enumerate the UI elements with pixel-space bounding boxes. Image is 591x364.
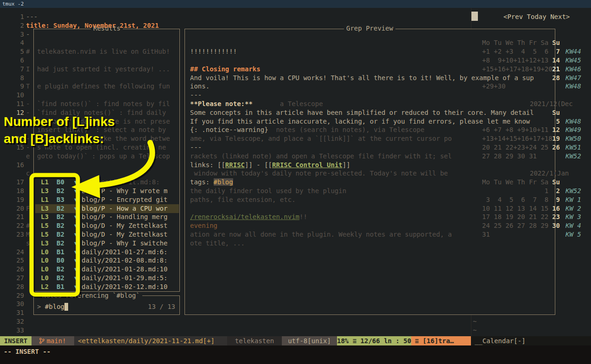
calendar-week-days[interactable]: 10 11 12 13 14 15 bbox=[482, 204, 548, 213]
prompt-window-title: Notes referencing `#blog` bbox=[40, 292, 142, 300]
calendar-week-days[interactable]: +6 +7 +8 +9+10+11 bbox=[482, 126, 548, 134]
down-arrow-icon: ▼ bbox=[74, 274, 77, 282]
calendar-statusline: __Calendar[-] bbox=[471, 336, 591, 345]
calendar-week-days[interactable]: +1 +2 +3 4 5 6 bbox=[482, 47, 548, 56]
backlinks-count-badge: B2 bbox=[57, 204, 64, 213]
preview-line: ## Closing remarks bbox=[190, 65, 261, 74]
result-row[interactable]: L3B2▼blog/P - Why I switche bbox=[35, 239, 179, 248]
result-row[interactable]: L0B1▼daily/2021-01-27.md:6: bbox=[35, 248, 179, 257]
calendar-sunday[interactable]: 16 bbox=[551, 204, 560, 213]
calendar-week-number: KW51 bbox=[566, 143, 581, 152]
preview-line: links: [[RRISC]] - [[RRISC Control Unit]… bbox=[190, 161, 350, 169]
result-row[interactable]: L3B2▼blog/P - Handling merg bbox=[35, 213, 179, 221]
buffer-fragment: - bbox=[26, 100, 30, 108]
calendar-week-days[interactable]: 24 25 26 27 28 29 bbox=[482, 221, 548, 230]
line-number: 28 bbox=[0, 282, 24, 291]
calendar-week-days[interactable]: 17 18 19 20 21 22 bbox=[482, 213, 548, 221]
line-number: 18 bbox=[0, 187, 24, 195]
line-number: 4 bbox=[0, 38, 24, 47]
line-number: 21 bbox=[0, 213, 24, 221]
calendar-week-days[interactable]: +15+16+17+18+19+20 bbox=[482, 65, 553, 74]
calendar-sunday[interactable]: 7 bbox=[551, 47, 560, 56]
line-number: 8 bbox=[0, 74, 24, 82]
calendar-sunday[interactable]: 23 bbox=[551, 213, 560, 221]
result-row[interactable]: L0B0▼daily/2021-02-08.md:8: bbox=[35, 256, 179, 265]
calendar-week-number: KW48 bbox=[566, 117, 581, 126]
result-row[interactable]: L5B2▼blog/D - My Zettelkast bbox=[35, 230, 179, 239]
result-row[interactable]: L0B2▼daily/2021-01-29.md:5: bbox=[35, 274, 179, 282]
calendar-sunday[interactable]: 19 bbox=[551, 134, 560, 143]
calendar-sunday[interactable]: 28 bbox=[551, 74, 560, 82]
result-row[interactable]: L2B1▼daily/2021-02-12.md:10 bbox=[35, 282, 179, 291]
result-row[interactable]: L3B2▼blog/P - Why I wrote m bbox=[35, 187, 179, 195]
backlinks-count-badge: B2 bbox=[57, 265, 64, 274]
line-number: 11 bbox=[0, 100, 24, 108]
cursor bbox=[64, 303, 68, 311]
calendar-week-days[interactable]: +13+14+15+16+17+18 bbox=[482, 134, 553, 143]
calendar-week-number: KW 5 bbox=[566, 230, 581, 239]
preview-line: {: .notice--warning} notes (search in no… bbox=[190, 126, 425, 134]
empty-line-tilde: ~ bbox=[473, 317, 477, 326]
result-row[interactable]: L3B2▼blog/P - How a CPU wor bbox=[35, 204, 179, 213]
links-count-badge: L3 bbox=[41, 187, 49, 195]
calendar-week-days[interactable]: 27 28 29 30 31 bbox=[482, 152, 537, 161]
calendar-nav[interactable]: <Prev Today Next> bbox=[503, 13, 570, 21]
ghost-line: had just started it yesterday! ... bbox=[37, 65, 177, 74]
mode-indicator: INSERT bbox=[0, 336, 32, 345]
preview-line: ions. bbox=[190, 82, 210, 91]
calendar-sunday-header: Su bbox=[551, 178, 560, 187]
calendar-sunday[interactable]: 9 bbox=[551, 195, 560, 204]
calendar-sunday[interactable]: 30 bbox=[551, 221, 560, 230]
wiki-link: /renerocksai/telekasten.nvim bbox=[190, 213, 299, 220]
calendar-week-days[interactable]: 20 21 22+23+24 25 bbox=[482, 143, 548, 152]
buffer-fragment: e bbox=[26, 152, 30, 161]
calendar-sunday-header: Su bbox=[551, 108, 560, 117]
calendar-sunday[interactable]: 2 bbox=[551, 187, 560, 195]
calendar-week-number: KW48 bbox=[566, 82, 581, 91]
result-row[interactable]: L1B3▼blog/P - Encrypted git bbox=[35, 195, 179, 204]
result-text: blog/P - How a CPU wor bbox=[82, 204, 167, 213]
calendar-sunday[interactable]: 14 bbox=[551, 56, 560, 65]
calendar-week-number: KW44 bbox=[566, 47, 581, 56]
scrollbar-thumb[interactable] bbox=[471, 12, 478, 21]
preview-line: paths, file extension, etc. bbox=[190, 195, 296, 204]
calendar-sunday[interactable]: 5 bbox=[551, 117, 560, 126]
preview-line: Some concepts in this article have been … bbox=[190, 108, 534, 117]
result-counter: 13 / 13 bbox=[139, 302, 175, 311]
calendar-week-days[interactable]: +29+30 bbox=[482, 82, 506, 91]
preview-text: links: [[ bbox=[190, 161, 225, 169]
preview-text: ame, via Telescope, and place a `[[link]… bbox=[190, 135, 452, 142]
down-arrow-icon: ▼ bbox=[74, 195, 77, 204]
calendar-sunday[interactable]: 26 bbox=[551, 143, 560, 152]
result-row[interactable]: L0B2▼daily/2021-01-28.md:10 bbox=[35, 265, 179, 274]
tag-chip: #blog bbox=[214, 178, 233, 186]
links-count-badge: L3 bbox=[41, 239, 49, 248]
result-row[interactable]: L5B2▼blog/D - My Zettelkast bbox=[35, 221, 179, 230]
line-number: 7 bbox=[0, 65, 24, 74]
down-arrow-icon: ▼ bbox=[74, 256, 77, 265]
calendar-week-days[interactable]: 3 4 5 6 7 8 bbox=[482, 195, 548, 204]
line-number: 22 bbox=[0, 221, 24, 230]
calendar-sunday[interactable]: 12 bbox=[551, 126, 560, 134]
links-count-badge: L0 bbox=[41, 248, 49, 257]
line-number: 30 bbox=[0, 300, 24, 308]
backlinks-count-badge: B0 bbox=[57, 256, 64, 265]
annotation-text: Number of [L]inks and [B]acklinks: bbox=[4, 113, 115, 147]
mode-message: -- INSERT -- bbox=[4, 348, 51, 355]
result-row[interactable]: L1B0▼ i mention it.md:8: bbox=[35, 178, 179, 187]
preview-text: !!!!!!!!!!!! bbox=[190, 48, 237, 55]
result-text: daily/2021-02-12.md:10 bbox=[82, 282, 167, 291]
preview-line: --- bbox=[190, 143, 202, 152]
preview-text: --- bbox=[190, 144, 202, 151]
backlinks-count-badge: B2 bbox=[57, 239, 64, 248]
calendar-today[interactable]: 21 bbox=[551, 65, 560, 74]
calendar-week-number: KW 2 bbox=[566, 204, 581, 213]
line-number: 20 bbox=[0, 204, 24, 213]
tmux-titlebar: tmux -2 bbox=[0, 0, 591, 8]
calendar-week-days[interactable]: 1 bbox=[482, 187, 548, 195]
preview-text: the daily finder tool used by the plugin bbox=[190, 187, 346, 195]
calendar-week-days[interactable]: 31 bbox=[482, 230, 490, 239]
calendar-week-days[interactable]: +8 9+10+11+12+13 bbox=[482, 56, 548, 65]
preview-line: ote title, ... bbox=[190, 239, 245, 248]
prompt-input[interactable]: > #blog bbox=[37, 302, 64, 311]
